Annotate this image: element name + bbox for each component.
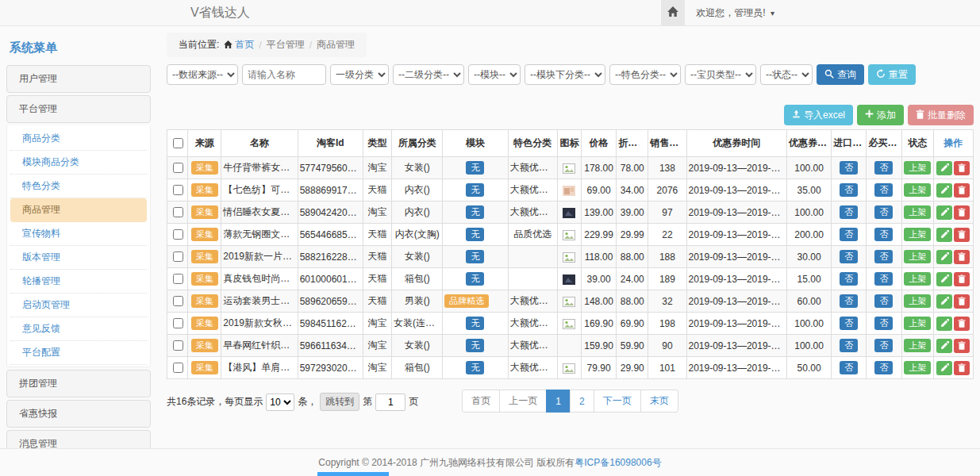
row-checkbox[interactable] xyxy=(173,251,183,262)
status-badge[interactable]: 上架 xyxy=(904,317,931,330)
batch-delete-button[interactable]: 批量删除 xyxy=(908,105,974,125)
row-checkbox[interactable] xyxy=(173,340,183,351)
must-buy-badge[interactable]: 否 xyxy=(874,361,893,374)
delete-button[interactable] xyxy=(954,161,970,175)
status-badge[interactable]: 上架 xyxy=(904,339,931,352)
status-badge[interactable]: 上架 xyxy=(904,361,931,374)
row-checkbox[interactable] xyxy=(173,163,183,173)
must-buy-badge[interactable]: 否 xyxy=(874,228,893,241)
horizontal-scrollbar-thumb[interactable] xyxy=(317,472,389,476)
status-badge[interactable]: 上架 xyxy=(904,250,931,263)
status-badge[interactable]: 上架 xyxy=(904,294,931,308)
sidebar-item-省惠快报[interactable]: 省惠快报 xyxy=(6,400,151,428)
filter-select[interactable]: --模块下分类-- xyxy=(525,64,605,85)
import-select-badge[interactable]: 否 xyxy=(840,317,858,330)
import-select-badge[interactable]: 否 xyxy=(840,339,858,352)
user-menu[interactable]: 欢迎您，管理员! ▾ xyxy=(685,6,786,20)
jump-to-button[interactable]: 跳转到 xyxy=(320,393,359,411)
select-all-checkbox[interactable] xyxy=(173,138,183,148)
sidebar-item-平台管理[interactable]: 平台管理 xyxy=(6,95,151,123)
page-button-首页[interactable]: 首页 xyxy=(462,390,500,413)
import-select-badge[interactable]: 否 xyxy=(840,294,858,308)
delete-button[interactable] xyxy=(954,228,970,242)
row-checkbox[interactable] xyxy=(173,318,183,328)
row-checkbox[interactable] xyxy=(173,229,183,240)
status-badge[interactable]: 上架 xyxy=(904,228,931,241)
must-buy-badge[interactable]: 否 xyxy=(874,317,893,330)
must-buy-badge[interactable]: 否 xyxy=(874,250,893,263)
delete-button[interactable] xyxy=(954,272,970,286)
import-select-badge[interactable]: 否 xyxy=(840,205,858,219)
filter-select[interactable]: --宝贝类型-- xyxy=(685,64,756,85)
delete-button[interactable] xyxy=(954,361,970,375)
page-button-上一页[interactable]: 上一页 xyxy=(499,390,547,413)
sidebar-item-启动页管理[interactable]: 启动页管理 xyxy=(10,294,147,317)
sidebar-item-商品分类[interactable]: 商品分类 xyxy=(10,127,147,151)
row-checkbox[interactable] xyxy=(173,296,183,306)
sidebar-item-拼团管理[interactable]: 拼团管理 xyxy=(6,370,151,397)
edit-button[interactable] xyxy=(936,339,952,353)
sidebar-item-版本管理[interactable]: 版本管理 xyxy=(10,246,147,270)
edit-button[interactable] xyxy=(936,250,952,264)
row-checkbox[interactable] xyxy=(173,274,183,284)
sidebar-item-轮播管理[interactable]: 轮播管理 xyxy=(10,270,147,294)
must-buy-badge[interactable]: 否 xyxy=(874,183,893,197)
delete-button[interactable] xyxy=(954,294,970,309)
search-button[interactable]: 查询 xyxy=(817,64,864,85)
must-buy-badge[interactable]: 否 xyxy=(874,205,893,219)
status-badge[interactable]: 上架 xyxy=(904,205,931,219)
import-excel-button[interactable]: 导入excel xyxy=(784,105,853,125)
row-checkbox[interactable] xyxy=(173,363,183,373)
edit-button[interactable] xyxy=(936,317,952,331)
row-checkbox[interactable] xyxy=(173,185,183,195)
edit-button[interactable] xyxy=(936,361,952,375)
edit-button[interactable] xyxy=(936,294,952,309)
delete-button[interactable] xyxy=(954,339,970,353)
breadcrumb-home-link[interactable]: 首页 xyxy=(224,38,254,52)
sidebar-item-意见反馈[interactable]: 意见反馈 xyxy=(10,317,147,341)
name-search-input[interactable] xyxy=(242,64,326,85)
edit-button[interactable] xyxy=(936,205,952,220)
filter-select[interactable]: --特色分类-- xyxy=(609,64,681,85)
page-button-1[interactable]: 1 xyxy=(546,390,571,413)
page-button-末页[interactable]: 末页 xyxy=(640,390,678,413)
add-button[interactable]: 添加 xyxy=(857,105,904,125)
must-buy-badge[interactable]: 否 xyxy=(874,339,893,352)
sidebar-item-商品管理[interactable]: 商品管理 xyxy=(10,198,147,222)
edit-button[interactable] xyxy=(936,183,952,198)
filter-select[interactable]: --数据来源-- xyxy=(167,64,238,85)
delete-button[interactable] xyxy=(954,205,970,220)
import-select-badge[interactable]: 否 xyxy=(840,250,858,263)
reset-button[interactable]: 重置 xyxy=(868,64,916,85)
page-number-input[interactable] xyxy=(375,393,405,411)
status-badge[interactable]: 上架 xyxy=(904,183,931,197)
sidebar-item-平台配置[interactable]: 平台配置 xyxy=(10,341,147,365)
edit-button[interactable] xyxy=(936,228,952,242)
home-button[interactable] xyxy=(661,0,685,26)
import-select-badge[interactable]: 否 xyxy=(840,228,858,241)
sidebar-item-用户管理[interactable]: 用户管理 xyxy=(6,65,151,93)
import-select-badge[interactable]: 否 xyxy=(840,272,858,286)
must-buy-badge[interactable]: 否 xyxy=(874,161,893,175)
delete-button[interactable] xyxy=(954,250,970,264)
import-select-badge[interactable]: 否 xyxy=(840,161,858,175)
import-select-badge[interactable]: 否 xyxy=(840,361,858,374)
page-button-2[interactable]: 2 xyxy=(570,390,594,413)
filter-select[interactable]: --二级分类-- xyxy=(393,64,464,85)
sidebar-item-模块商品分类[interactable]: 模块商品分类 xyxy=(10,151,147,175)
status-badge[interactable]: 上架 xyxy=(904,161,931,175)
row-checkbox[interactable] xyxy=(173,207,183,217)
delete-button[interactable] xyxy=(954,317,970,331)
status-badge[interactable]: 上架 xyxy=(904,272,931,286)
must-buy-badge[interactable]: 否 xyxy=(874,272,893,286)
edit-button[interactable] xyxy=(936,161,952,175)
per-page-select[interactable]: 10 xyxy=(266,393,294,411)
page-button-下一页[interactable]: 下一页 xyxy=(594,390,641,413)
icp-link[interactable]: 粤ICP备16098006号 xyxy=(575,456,661,470)
edit-button[interactable] xyxy=(936,272,952,286)
must-buy-badge[interactable]: 否 xyxy=(874,294,893,308)
filter-select[interactable]: --状态-- xyxy=(760,64,813,85)
delete-button[interactable] xyxy=(954,183,970,198)
filter-select[interactable]: 一级分类 xyxy=(330,64,389,85)
filter-select[interactable]: --模块-- xyxy=(468,64,521,85)
